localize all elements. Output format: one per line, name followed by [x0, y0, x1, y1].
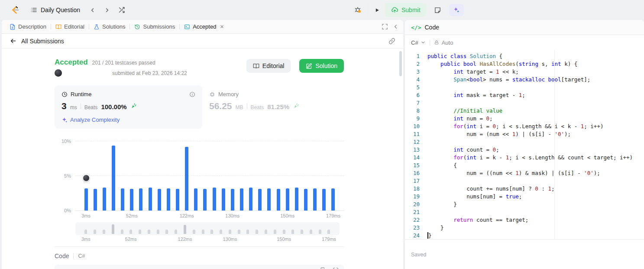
brush-bar[interactable]: [84, 230, 87, 234]
code-line[interactable]: 17: [405, 177, 644, 185]
code-line[interactable]: 19 nums[num] = true;: [405, 193, 644, 201]
code-line[interactable]: 8 //Initial value: [405, 107, 644, 115]
back-to-all-submissions[interactable]: All Submissions: [10, 37, 64, 45]
brush-bar[interactable]: [210, 230, 213, 234]
distribution-bar[interactable]: [313, 188, 317, 211]
code-line[interactable]: 1public class Solution {: [405, 52, 644, 60]
solution-button[interactable]: Solution: [299, 59, 344, 73]
code-line[interactable]: 21: [405, 208, 644, 216]
distribution-bar[interactable]: [331, 188, 335, 211]
distribution-bar[interactable]: [322, 189, 326, 211]
distribution-bar[interactable]: [176, 189, 179, 211]
problem-list-button[interactable]: Daily Question: [27, 3, 84, 17]
brush-bar[interactable]: [121, 230, 123, 234]
distribution-bar[interactable]: [249, 188, 252, 211]
distribution-bar[interactable]: [130, 189, 133, 211]
brush-bar[interactable]: [112, 224, 114, 234]
code-line[interactable]: 18 count += nums[num] ? 0 : 1;: [405, 185, 644, 193]
distribution-bar[interactable]: [304, 189, 307, 211]
notes-button[interactable]: [432, 4, 444, 16]
code-line[interactable]: 9 int num = 0;: [405, 115, 644, 123]
brush-bar[interactable]: [148, 230, 150, 234]
runtime-card[interactable]: Runtime 3 ms Beats 100.00% Anal: [55, 85, 202, 129]
brush-bar[interactable]: [283, 230, 285, 234]
distribution-brush[interactable]: [75, 222, 340, 235]
fullscreen-button[interactable]: [382, 23, 388, 30]
tab-description[interactable]: Description: [6, 20, 50, 33]
brush-bar[interactable]: [139, 230, 141, 234]
brush-bar[interactable]: [265, 230, 267, 234]
brush-bar[interactable]: [238, 230, 240, 234]
your-submission-marker[interactable]: [83, 175, 90, 181]
tab-accepted[interactable]: Accepted: [181, 20, 228, 33]
ai-assistant-button[interactable]: [449, 4, 464, 16]
language-select[interactable]: C#: [411, 39, 426, 46]
brush-bar[interactable]: [229, 230, 231, 234]
brush-bar[interactable]: [157, 230, 159, 234]
brush-bar[interactable]: [327, 230, 330, 234]
code-line[interactable]: 14 for(int i = k - 1; i < s.Length && co…: [405, 154, 644, 162]
distribution-bar[interactable]: [213, 188, 216, 211]
distribution-bar[interactable]: [222, 188, 225, 211]
distribution-bar[interactable]: [112, 146, 115, 211]
distribution-bar[interactable]: [231, 189, 234, 211]
user-avatar[interactable]: [55, 69, 62, 77]
brush-bar[interactable]: [291, 230, 294, 234]
distribution-bar[interactable]: [158, 189, 161, 211]
tab-solutions[interactable]: Solutions: [90, 20, 129, 33]
distribution-bar[interactable]: [139, 188, 142, 211]
code-editor[interactable]: 1public class Solution {2 public bool Ha…: [405, 50, 644, 240]
distribution-bar[interactable]: [121, 188, 124, 211]
brush-bar[interactable]: [202, 230, 204, 234]
brush-bar[interactable]: [184, 225, 186, 234]
copy-code-button[interactable]: [320, 267, 327, 269]
distribution-bar[interactable]: [94, 189, 97, 211]
code-line[interactable]: 22 return count == target;: [405, 216, 644, 224]
distribution-bar[interactable]: [286, 188, 289, 211]
brush-bar[interactable]: [274, 230, 276, 234]
distribution-bar[interactable]: [258, 189, 262, 211]
run-button[interactable]: [369, 3, 385, 17]
brush-bar[interactable]: [165, 230, 168, 234]
brush-bar[interactable]: [103, 230, 105, 234]
distribution-bar[interactable]: [149, 188, 152, 211]
distribution-bar[interactable]: [203, 189, 207, 211]
random-question-button[interactable]: [116, 4, 128, 16]
distribution-bar[interactable]: [240, 188, 243, 211]
distribution-bar[interactable]: [167, 188, 170, 211]
close-tab-button[interactable]: [220, 24, 224, 29]
tab-editorial[interactable]: Editorial: [52, 20, 88, 33]
brush-bar[interactable]: [319, 230, 321, 234]
distribution-bar[interactable]: [277, 189, 280, 211]
brush-bar[interactable]: [220, 230, 222, 234]
code-line[interactable]: 7: [405, 99, 644, 107]
copy-link-button[interactable]: [388, 38, 395, 45]
brush-bar[interactable]: [94, 230, 96, 234]
expand-code-button[interactable]: [333, 267, 339, 269]
brush-bar[interactable]: [129, 230, 132, 234]
editorial-button[interactable]: Editorial: [246, 59, 291, 73]
debugger-button[interactable]: [352, 4, 364, 16]
analyze-complexity-link[interactable]: Analyze Complexity: [61, 117, 195, 123]
code-line[interactable]: 13 int count = 0;: [405, 146, 644, 154]
distribution-bar[interactable]: [295, 188, 298, 211]
leetcode-logo[interactable]: [8, 3, 22, 17]
code-line[interactable]: 3 int target = 1 << k;: [405, 68, 644, 76]
code-line[interactable]: 23 }: [405, 224, 644, 232]
code-line[interactable]: 4 Span<bool> nums = stackalloc bool[targ…: [405, 76, 644, 84]
next-question-button[interactable]: [101, 4, 113, 16]
auto-toggle[interactable]: Auto: [434, 39, 453, 46]
brush-bar[interactable]: [246, 230, 249, 234]
brush-bar[interactable]: [175, 230, 177, 234]
code-line[interactable]: 10 for(int i = 0; i < s.Length && i < k …: [405, 123, 644, 130]
distribution-bar[interactable]: [267, 188, 271, 211]
brush-bar[interactable]: [310, 230, 312, 234]
tab-submissions[interactable]: Submissions: [131, 20, 178, 33]
collapse-panel-button[interactable]: [392, 23, 399, 30]
code-line[interactable]: 24}: [405, 232, 644, 240]
info-icon[interactable]: [189, 91, 195, 97]
prev-question-button[interactable]: [86, 4, 98, 16]
brush-bar[interactable]: [256, 230, 258, 234]
code-line[interactable]: 6 int mask = target - 1;: [405, 91, 644, 99]
code-line[interactable]: 20 }: [405, 201, 644, 208]
